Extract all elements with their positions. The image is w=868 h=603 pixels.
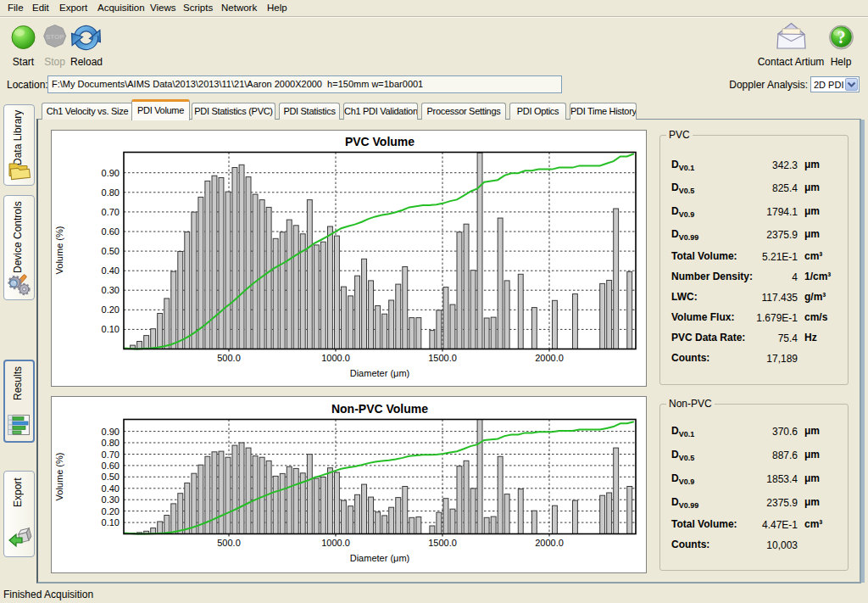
svg-text:0.80: 0.80 bbox=[102, 438, 120, 448]
svg-text:2000.0: 2000.0 bbox=[535, 538, 564, 548]
svg-text:1000.0: 1000.0 bbox=[321, 353, 350, 363]
svg-text:0.70: 0.70 bbox=[102, 449, 120, 460]
svg-text:0.50: 0.50 bbox=[102, 472, 120, 482]
svg-text:?: ? bbox=[837, 28, 846, 47]
svg-text:0.50: 0.50 bbox=[102, 246, 120, 256]
svg-text:Volume (%): Volume (%) bbox=[54, 453, 64, 501]
svg-text:0.30: 0.30 bbox=[102, 494, 120, 505]
svg-text:Volume (%): Volume (%) bbox=[54, 226, 64, 275]
svg-text:2000.0: 2000.0 bbox=[535, 353, 564, 363]
svg-text:0.10: 0.10 bbox=[102, 324, 120, 334]
svg-text:0.90: 0.90 bbox=[102, 427, 120, 437]
svg-text:Non-PVC Volume: Non-PVC Volume bbox=[331, 402, 428, 416]
svg-text:0.90: 0.90 bbox=[102, 168, 120, 178]
svg-text:0.30: 0.30 bbox=[102, 285, 120, 295]
svg-text:PVC Volume: PVC Volume bbox=[345, 135, 415, 148]
svg-text:500.0: 500.0 bbox=[217, 353, 241, 363]
svg-text:0.20: 0.20 bbox=[102, 304, 120, 315]
svg-text:500.0: 500.0 bbox=[217, 538, 241, 548]
svg-text:1500.0: 1500.0 bbox=[428, 353, 457, 363]
svg-text:1000.0: 1000.0 bbox=[321, 538, 350, 548]
svg-text:0.80: 0.80 bbox=[102, 187, 120, 198]
svg-text:Diameter (μm): Diameter (μm) bbox=[350, 553, 410, 563]
svg-text:0.10: 0.10 bbox=[102, 517, 120, 528]
svg-text:1500.0: 1500.0 bbox=[428, 538, 457, 548]
svg-text:0.40: 0.40 bbox=[102, 265, 120, 276]
svg-text:Diameter (μm): Diameter (μm) bbox=[350, 368, 410, 378]
svg-text:0.40: 0.40 bbox=[102, 483, 120, 494]
svg-text:0.60: 0.60 bbox=[102, 461, 120, 471]
svg-text:0.20: 0.20 bbox=[102, 506, 120, 516]
svg-text:0.60: 0.60 bbox=[102, 226, 120, 237]
svg-text:0.70: 0.70 bbox=[102, 207, 120, 217]
svg-text:STOP: STOP bbox=[46, 33, 64, 41]
